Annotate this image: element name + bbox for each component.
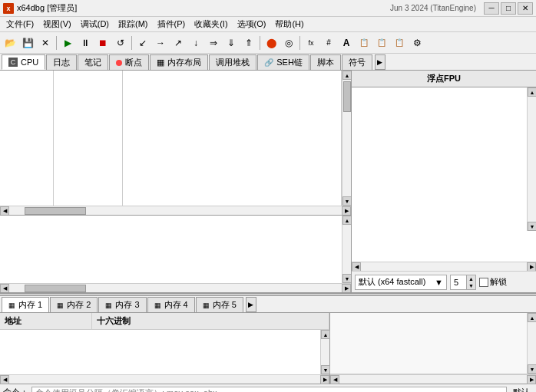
toolbar-clip2[interactable]: 📋 (373, 35, 390, 51)
toolbar-anim-over[interactable]: ⇒ (205, 35, 222, 51)
toolbar-open[interactable]: 📂 (2, 35, 18, 51)
stack-vscroll-up[interactable]: ▲ (342, 216, 351, 225)
tab-callstack[interactable]: 调用堆栈 (209, 54, 256, 70)
memory-right-content: ▲ ▼ (330, 313, 536, 374)
tab-symbols[interactable]: 符号 (342, 54, 372, 70)
memory-right-hscroll-right[interactable]: ▶ (527, 375, 536, 384)
command-input[interactable] (31, 387, 507, 393)
menu-options[interactable]: 选项(O) (233, 17, 271, 31)
stack-hscroll-right[interactable]: ▶ (342, 284, 351, 292)
fpu-spinbox-down[interactable]: ▼ (466, 282, 475, 289)
toolbar-settings[interactable]: ⚙ (409, 35, 425, 51)
memory-right-hscroll-left[interactable]: ◀ (330, 375, 339, 384)
toolbar-run[interactable]: ▶ (59, 35, 76, 51)
menu-view[interactable]: 视图(V) (38, 17, 76, 31)
stack-hscroll-left[interactable]: ◀ (0, 284, 9, 292)
toolbar-step-into[interactable]: ↙ (134, 35, 151, 51)
tab-memory-5[interactable]: ▦ 内存 5 (196, 297, 243, 312)
toolbar-clip3[interactable]: 📋 (391, 35, 408, 51)
minimize-button[interactable]: ─ (484, 2, 499, 15)
toolbar-stop[interactable]: ⏹ (94, 35, 111, 51)
memory-right-vscroll-up[interactable]: ▲ (528, 313, 536, 322)
tab-memory-4[interactable]: ▦ 内存 4 (147, 297, 195, 312)
fpu-body[interactable]: ▲ ▼ (352, 87, 536, 262)
memory-hscroll-track[interactable] (9, 375, 320, 384)
disasm-hscroll-left[interactable]: ◀ (0, 206, 9, 215)
memory-tab-nav-right[interactable]: ▶ (246, 297, 256, 312)
stack-hscroll-track[interactable] (9, 284, 342, 292)
toolbar-anim-into[interactable]: ⇓ (223, 35, 240, 51)
disasm-hscroll-track[interactable] (9, 206, 342, 215)
fpu-checkbox-box[interactable] (479, 278, 488, 287)
main-tabbar: C CPU 日志 笔记 断点 ▦ 内存布局 调用堆栈 🔗 SEH链 脚本 符号 … (0, 54, 536, 71)
disasm-vscroll-thumb[interactable] (343, 81, 351, 112)
fpu-unlock-checkbox[interactable]: 解锁 (479, 276, 507, 288)
menu-favorites[interactable]: 收藏夹(I) (190, 17, 232, 31)
toolbar-close-file[interactable]: ✕ (37, 35, 54, 51)
memory-tabbar: ▦ 内存 1 ▦ 内存 2 ▦ 内存 3 ▦ 内存 4 ▦ 内存 5 ▶ (0, 296, 536, 313)
memory-vscroll-track[interactable] (321, 339, 329, 365)
fpu-spinbox[interactable]: 5 ▲ ▼ (450, 275, 476, 290)
tab-log[interactable]: 日志 (46, 54, 77, 70)
memory-right-vscroll-track[interactable] (528, 322, 536, 364)
tab-nav-right[interactable]: ▶ (375, 54, 385, 70)
menu-debug[interactable]: 调试(D) (76, 17, 114, 31)
stack-content[interactable] (0, 216, 342, 283)
menu-file[interactable]: 文件(F) (2, 17, 38, 31)
close-button[interactable]: ✕ (518, 2, 533, 15)
memory-right-hscroll-track[interactable] (339, 375, 527, 384)
tab-breakpoints[interactable]: 断点 (109, 54, 149, 70)
tab-memory-2[interactable]: ▦ 内存 2 (50, 297, 98, 312)
toolbar-clip1[interactable]: 📋 (356, 35, 372, 51)
tab-memory-layout[interactable]: ▦ 内存布局 (150, 54, 208, 70)
disasm-vscroll-down[interactable]: ▼ (342, 196, 351, 206)
memory-right-vscroll-down[interactable]: ▼ (528, 364, 536, 374)
titlebar-right: Jun 3 2024 (TitanEngine) ─ □ ✕ (390, 2, 533, 15)
fpu-vscroll-down[interactable]: ▼ (528, 222, 536, 231)
disasm-hscroll-thumb[interactable] (25, 207, 86, 215)
toolbar-hash[interactable]: # (320, 35, 337, 51)
tab-notes[interactable]: 笔记 (78, 54, 108, 70)
toolbar-bp[interactable]: ⬤ (263, 35, 280, 51)
disasm-content[interactable] (0, 71, 342, 206)
fpu-spinbox-up[interactable]: ▲ (466, 275, 475, 282)
stack-vscroll-track[interactable] (342, 225, 351, 274)
toolbar-step-into2[interactable]: ↓ (187, 35, 204, 51)
tab-memory-3[interactable]: ▦ 内存 3 (98, 297, 146, 312)
fpu-vscroll-up[interactable]: ▲ (528, 87, 536, 97)
tab-memory-1[interactable]: ▦ 内存 1 (2, 297, 49, 312)
disasm-vscroll-up[interactable]: ▲ (342, 71, 351, 80)
stack-hscroll-thumb[interactable] (25, 285, 86, 292)
toolbar-step-over[interactable]: → (152, 35, 169, 51)
memory-vscroll-down[interactable]: ▼ (321, 365, 330, 374)
toolbar-hw-bp[interactable]: ◎ (280, 35, 297, 51)
disasm-hscroll-right[interactable]: ▶ (342, 206, 351, 215)
memory-right-data[interactable] (330, 313, 527, 374)
tab-seh[interactable]: 🔗 SEH链 (257, 54, 309, 70)
menu-plugin[interactable]: 插件(P) (153, 17, 190, 31)
toolbar-expr[interactable]: fx (303, 35, 319, 51)
memory-hscroll-left[interactable]: ◀ (0, 375, 9, 384)
toolbar-step-out[interactable]: ↗ (170, 35, 187, 51)
memory-vscroll-up[interactable]: ▲ (321, 330, 330, 339)
toolbar-anim-out[interactable]: ⇑ (240, 35, 257, 51)
memory-col-headers: 地址 十六进制 (0, 313, 329, 330)
toolbar-ascii[interactable]: A (338, 35, 355, 51)
stack-vscroll-down[interactable]: ▼ (342, 274, 351, 283)
memory-hscroll-right[interactable]: ▶ (320, 375, 329, 384)
fpu-calling-convention-dropdown[interactable]: 默认 (x64 fastcall) ▼ (355, 275, 447, 290)
tab-script[interactable]: 脚本 (310, 54, 341, 70)
fpu-hscroll-track[interactable] (361, 262, 527, 271)
memory-data[interactable] (0, 330, 320, 374)
toolbar-restart[interactable]: ↺ (112, 35, 129, 51)
fpu-checkbox-label: 解锁 (490, 276, 507, 288)
toolbar-save[interactable]: 💾 (19, 35, 36, 51)
disasm-vscroll-track[interactable] (342, 80, 351, 196)
maximize-button[interactable]: □ (501, 2, 516, 15)
menu-help[interactable]: 帮助(H) (270, 17, 308, 31)
toolbar-pause[interactable]: ⏸ (77, 35, 94, 51)
tab-cpu[interactable]: C CPU (2, 54, 45, 70)
fpu-vscroll-track[interactable] (528, 97, 536, 222)
app-icon: x (3, 3, 14, 14)
menu-trace[interactable]: 跟踪(M) (114, 17, 153, 31)
